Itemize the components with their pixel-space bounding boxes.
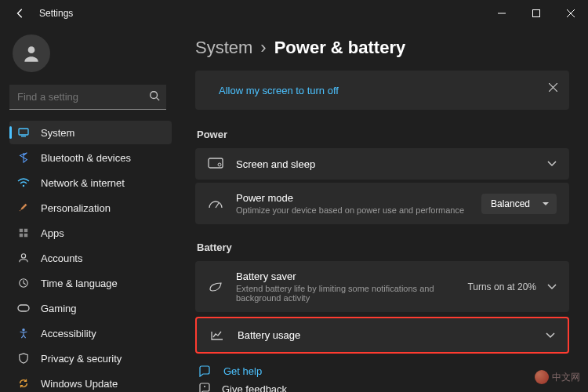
sidebar-item-label: Privacy & security <box>41 353 122 365</box>
content: System › Power & battery Allow my screen… <box>176 27 588 392</box>
svg-point-17 <box>22 328 25 332</box>
svg-point-23 <box>204 386 205 387</box>
sidebar-item-privacy[interactable]: Privacy & security <box>9 347 172 370</box>
sidebar-item-label: Windows Update <box>41 378 118 390</box>
card-subtitle: Extend battery life by limiting some not… <box>236 284 455 303</box>
nav: System Bluetooth & devices Network & int… <box>9 121 172 392</box>
brush-icon <box>17 202 30 213</box>
battery-saver-status: Turns on at 20% <box>467 281 536 292</box>
card-title: Power mode <box>236 192 469 204</box>
svg-point-5 <box>151 92 158 99</box>
back-button[interactable] <box>13 5 28 21</box>
sidebar-item-label: Personalization <box>41 202 111 214</box>
power-mode-dropdown[interactable]: Balanced <box>481 194 557 214</box>
maximize-button[interactable] <box>519 2 554 25</box>
chart-icon <box>209 330 225 341</box>
sidebar-item-label: Accounts <box>41 252 82 264</box>
system-icon <box>17 126 30 139</box>
svg-rect-13 <box>24 234 27 237</box>
search-input[interactable] <box>9 85 166 110</box>
svg-rect-10 <box>20 229 23 232</box>
watermark: 中文网 <box>535 370 580 384</box>
sidebar-item-system[interactable]: System <box>9 121 172 144</box>
svg-rect-7 <box>19 129 28 135</box>
card-screen-sleep[interactable]: Screen and sleep <box>195 148 569 180</box>
svg-rect-1 <box>533 10 540 17</box>
wifi-icon <box>17 178 30 187</box>
sidebar-item-label: Accessibility <box>41 328 96 339</box>
sidebar-item-time[interactable]: Time & language <box>9 271 172 295</box>
info-banner: Allow my screen to turn off <box>195 71 569 110</box>
search-box[interactable] <box>9 85 166 110</box>
card-title: Screen and sleep <box>236 158 535 170</box>
feedback-icon <box>198 382 211 392</box>
sidebar-item-bluetooth[interactable]: Bluetooth & devices <box>9 146 172 169</box>
help-icon <box>198 365 212 377</box>
sidebar-item-gaming[interactable]: Gaming <box>9 296 172 320</box>
titlebar: Settings <box>0 0 588 27</box>
svg-point-4 <box>28 46 35 53</box>
sidebar-item-accounts[interactable]: Accounts <box>9 246 172 270</box>
sidebar-item-label: Time & language <box>41 278 118 289</box>
accounts-icon <box>17 252 30 263</box>
svg-line-22 <box>216 203 219 208</box>
avatar[interactable] <box>13 34 50 72</box>
search-icon <box>149 90 160 104</box>
card-title: Battery saver <box>236 270 455 282</box>
card-battery-saver[interactable]: Battery saver Extend battery life by lim… <box>195 261 569 312</box>
sidebar-item-accessibility[interactable]: Accessibility <box>9 321 172 345</box>
chevron-right-icon: › <box>260 38 266 58</box>
sidebar-item-network[interactable]: Network & internet <box>9 171 172 194</box>
window-title: Settings <box>39 8 73 19</box>
close-button[interactable] <box>554 2 588 25</box>
svg-point-21 <box>218 163 221 166</box>
gaming-icon <box>17 303 30 313</box>
breadcrumb: System › Power & battery <box>195 38 569 58</box>
shield-icon <box>17 353 30 364</box>
update-icon <box>17 378 30 389</box>
give-feedback-link[interactable]: Give feedback <box>198 382 569 392</box>
card-subtitle: Optimize your device based on power use … <box>236 205 469 215</box>
svg-point-14 <box>21 254 25 258</box>
svg-point-9 <box>23 185 24 187</box>
accessibility-icon <box>17 328 30 339</box>
card-battery-usage[interactable]: Battery usage <box>195 317 569 354</box>
screen-icon <box>208 158 223 170</box>
gauge-icon <box>208 198 223 209</box>
apps-icon <box>17 227 30 238</box>
svg-rect-11 <box>24 229 27 232</box>
page-title: Power & battery <box>274 38 406 58</box>
chevron-down-icon <box>547 161 557 167</box>
banner-close-button[interactable] <box>543 77 563 97</box>
sidebar-item-apps[interactable]: Apps <box>9 221 172 245</box>
clock-icon <box>17 278 30 289</box>
sidebar-item-label: Apps <box>41 227 64 239</box>
sidebar-item-label: System <box>41 127 74 139</box>
chevron-down-icon <box>546 332 555 339</box>
sidebar-item-update[interactable]: Windows Update <box>9 372 172 392</box>
get-help-link[interactable]: Get help <box>198 365 569 377</box>
minimize-button[interactable] <box>485 2 519 25</box>
card-title: Battery usage <box>238 329 533 341</box>
sidebar-item-label: Bluetooth & devices <box>41 152 131 164</box>
leaf-icon <box>208 281 223 292</box>
breadcrumb-root[interactable]: System <box>195 38 252 58</box>
globe-icon <box>535 370 549 384</box>
card-power-mode[interactable]: Power mode Optimize your device based on… <box>195 183 569 224</box>
svg-line-6 <box>157 98 160 101</box>
sidebar: System Bluetooth & devices Network & int… <box>0 27 176 392</box>
sidebar-item-label: Network & internet <box>41 177 125 189</box>
bluetooth-icon <box>17 152 30 163</box>
section-label-battery: Battery <box>197 241 569 253</box>
sidebar-item-personalization[interactable]: Personalization <box>9 196 172 220</box>
sidebar-item-label: Gaming <box>41 303 77 314</box>
svg-rect-16 <box>18 305 29 311</box>
banner-link[interactable]: Allow my screen to turn off <box>219 85 339 96</box>
chevron-down-icon <box>547 284 557 290</box>
section-label-power: Power <box>197 129 569 140</box>
svg-rect-12 <box>20 234 23 237</box>
